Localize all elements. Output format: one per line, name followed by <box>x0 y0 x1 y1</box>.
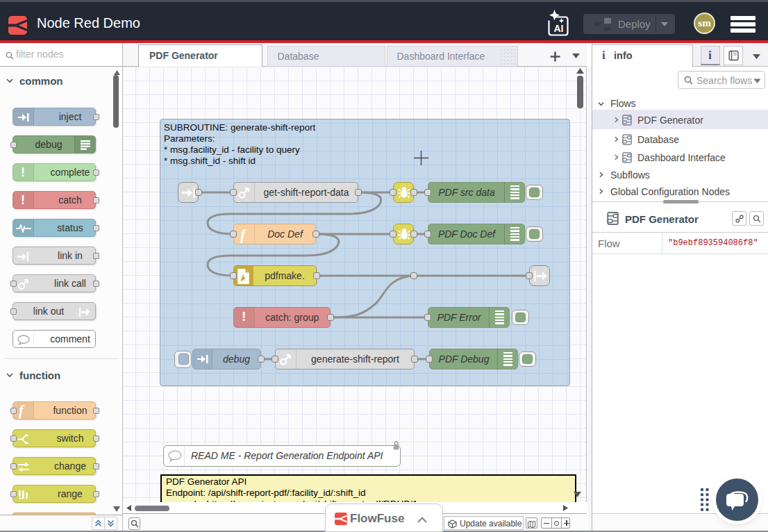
svg-text:AI: AI <box>554 23 564 34</box>
